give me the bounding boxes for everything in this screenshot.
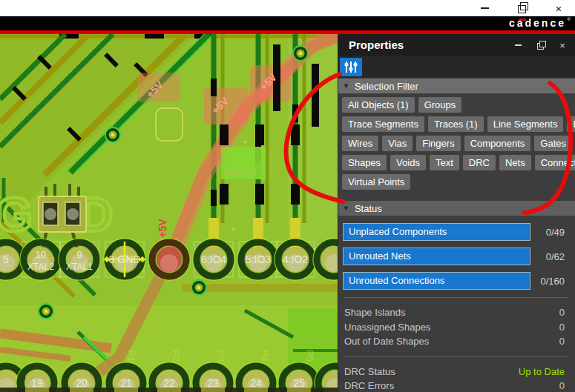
progress-bar[interactable]: Unplaced Components [343,223,530,241]
window-minimize-icon[interactable] [479,2,490,14]
status-row: DRC StatusUp to Date [338,365,575,379]
filter-button-components[interactable]: Components [464,136,531,151]
svg-text:10: 10 [36,249,46,260]
pcb-pad[interactable]: 4:IO2 [275,239,316,280]
pcb-canvas[interactable]: GND RESET+++5V+5V+5V+5V510XTAL29XTAL18:G… [0,34,338,392]
selection-filter-header[interactable]: ▼ Selection Filter [338,79,575,93]
filter-button-fingers[interactable]: Fingers [416,136,460,151]
selection-filter-label: Selection Filter [355,81,418,92]
status-row-value: 0 [559,306,565,319]
divider [344,356,569,357]
progress-row: Unrouted Nets0/62 [343,248,565,265]
progress-bar[interactable]: Unrouted Connections [343,272,530,290]
panel-float-icon[interactable] [535,40,545,50]
filter-button-connections[interactable]: Connections [535,155,575,170]
progress-count: 0/62 [530,251,565,262]
status-row-label: Unassigned Shapes [344,321,430,334]
pcb-pad[interactable]: 6:IO4 [193,239,234,280]
status-label: Status [355,203,382,214]
panel-minimize-icon[interactable] [513,40,523,50]
pin-row-label: P2 [171,350,182,362]
filter-button-virtual-points[interactable]: Virtual Points [342,174,410,190]
filter-button-voids[interactable]: Voids [390,155,426,170]
cadence-logo: cadence [509,16,566,30]
brand-bar: cadence ® [0,16,575,30]
reset-label: RESET [224,167,256,178]
shape-status-list: Shape Islands0Unassigned Shapes0Out of D… [338,305,575,349]
filter-button-text[interactable]: Text [430,155,459,170]
status-header[interactable]: ▼ Status [338,201,575,216]
filter-button-rows: All Objects (1)GroupsTrace SegmentsTrace… [338,93,575,196]
status-row-label: DRC Errors [344,379,394,392]
status-row-value: 0 [559,321,565,334]
pcb-pad[interactable]: 9XTAL1 [59,239,100,280]
status-row-label: Shape Islands [344,306,405,319]
pcb-layout: GND RESET+++5V+5V+5V+5V510XTAL29XTAL18:G… [0,34,338,392]
plus-marker: + [243,137,248,147]
plus5v-label: +5V [157,219,168,238]
svg-text:23: 23 [207,377,219,389]
status-row: Out of Date Shapes0 [338,334,575,349]
progress-list: Unplaced Components0/49Unrouted Nets0/62… [338,223,575,290]
pin-row-label: P3 [215,350,226,362]
filter-button-all-objects-1[interactable]: All Objects (1) [342,97,415,113]
filter-sliders-icon [344,61,358,73]
svg-text:21: 21 [120,377,132,389]
status-row-value: Up to Date [519,365,565,379]
svg-text:6:IO4: 6:IO4 [201,253,226,265]
filter-button-gates[interactable]: Gates [534,136,572,151]
svg-text:5: 5 [3,253,9,265]
filter-button-trace-segments[interactable]: Trace Segments [342,116,424,132]
filter-button-wires[interactable]: Wires [342,136,378,151]
pcb-pad[interactable]: 8:GND [104,239,145,280]
app-window: × cadence ® [0,0,575,392]
panel-close-icon[interactable]: × [557,40,568,50]
pin-row-label: P4 [260,350,271,362]
collapse-triangle-icon: ▼ [343,82,349,90]
logo-macron [519,19,526,21]
filter-button-line-segments[interactable]: Line Segments [487,116,564,132]
panel-titlebar: Properties × [338,34,575,56]
filter-button-groups[interactable]: Groups [418,97,462,113]
panel-toolbar [338,56,575,78]
filter-button-lines[interactable]: Lines [567,116,575,132]
progress-row: Unplaced Components0/49 [343,223,565,241]
pcb-pad[interactable]: 10XTAL2 [20,239,62,280]
svg-text:25: 25 [293,377,305,389]
status-row-value: 0 [559,335,565,348]
status-row: Shape Islands0 [338,305,575,320]
svg-text:XTAL1: XTAL1 [66,262,93,272]
filter-tool-button[interactable] [340,58,362,76]
filter-button-drc[interactable]: DRC [463,155,496,170]
svg-text:19: 19 [31,377,43,389]
drc-status-list: DRC StatusUp to DateDRC Errors0Shorting … [338,365,575,392]
filter-button-shapes[interactable]: Shapes [342,155,387,170]
divider [344,297,569,298]
registered-mark: ® [568,17,571,21]
pin-row-label: P5 [304,350,315,362]
filter-button-traces-1[interactable]: Traces (1) [428,116,484,132]
svg-text:22: 22 [163,377,175,389]
panel-title: Properties [338,34,404,56]
status-body: Unplaced Components0/49Unrouted Nets0/62… [338,216,575,392]
pin-row-label: P1 [126,350,137,362]
svg-text:XTAL2: XTAL2 [27,262,54,272]
filter-button-vias[interactable]: Vias [382,136,413,151]
status-row-label: DRC Status [344,365,395,379]
os-titlebar: × [0,0,575,16]
collapse-triangle-icon: ▼ [343,205,349,212]
status-row: DRC Errors0 [338,379,575,392]
svg-text:4:IO2: 4:IO2 [283,253,308,265]
pcb-pad[interactable] [148,239,190,280]
pcb-pad[interactable]: 5:IO3 [237,239,279,280]
svg-text:9: 9 [76,249,82,260]
progress-count: 0/160 [530,276,565,287]
filter-button-nets[interactable]: Nets [499,155,531,170]
window-restore-icon[interactable] [516,2,528,14]
window-close-icon[interactable]: × [553,2,565,14]
progress-bar[interactable]: Unrouted Nets [343,248,530,265]
progress-row: Unrouted Connections0/160 [343,272,565,290]
svg-text:8:GND: 8:GND [109,253,141,265]
svg-text:24: 24 [250,377,262,389]
properties-panel: Properties × ▼ Selection F [338,34,575,392]
